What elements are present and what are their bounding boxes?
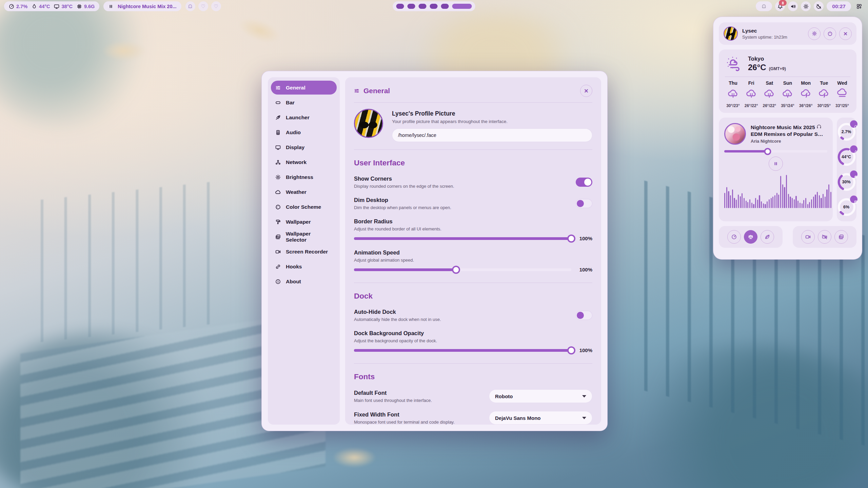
power-profile-speedometer-button[interactable] [727, 230, 741, 244]
dock-background-opacity-slider-thumb[interactable] [567, 346, 575, 354]
media-progress-slider[interactable] [724, 150, 827, 152]
stat-speedometer: 2.7% [9, 4, 27, 9]
workspace-dot[interactable] [419, 4, 427, 9]
heart-icon: ♡ [201, 4, 205, 9]
close-button[interactable]: ✕ [839, 27, 852, 40]
section-title: Dock [354, 292, 592, 301]
dim-desktop-toggle[interactable] [576, 199, 592, 208]
workspace-dot[interactable] [430, 4, 438, 9]
animation-speed-value: 100% [577, 267, 592, 272]
sliders-icon [354, 88, 359, 94]
gear-button[interactable] [808, 27, 821, 40]
visualizer-bar [757, 200, 758, 208]
animation-speed-slider-thumb[interactable] [452, 266, 460, 274]
visualizer-bar [753, 204, 754, 208]
animation-speed-slider[interactable] [354, 268, 571, 271]
border-radius-slider[interactable] [354, 237, 571, 240]
workspace-dot[interactable] [396, 4, 404, 9]
audio-visualizer [724, 174, 827, 208]
quick-heart-button[interactable]: ♡ [198, 1, 208, 11]
quick-ghost-button[interactable] [185, 1, 195, 11]
speaker-icon [790, 4, 796, 9]
setting-description: Display rounded corners on the edge of t… [354, 184, 454, 189]
tool-images-button[interactable] [834, 230, 848, 244]
setting-description: Monospace font used for terminal and cod… [354, 420, 455, 425]
sidebar-item-wallpaper[interactable]: Wallpaper [271, 215, 337, 229]
default-font-dropdown[interactable]: Roboto [489, 389, 592, 403]
flame-icon [32, 4, 37, 9]
power-profile-leaf-button[interactable] [761, 230, 774, 244]
sidebar-item-network[interactable]: Network [271, 155, 337, 169]
section-title: User Interface [354, 159, 592, 167]
sidebar-item-brightness[interactable]: Brightness [271, 170, 337, 184]
forecast-day-wed: Wed 33°/25° [834, 80, 850, 108]
sidebar-item-hooks[interactable]: Hooks [271, 260, 337, 273]
leaf-icon [765, 234, 770, 240]
user-card: Lysec System uptime: 1h23m ✕ [719, 22, 856, 45]
sidebar-item-general[interactable]: General [271, 81, 337, 95]
show-corners-toggle[interactable] [576, 178, 592, 187]
power-button[interactable] [824, 27, 836, 40]
sidebar-item-display[interactable]: Display [271, 140, 337, 154]
setting-label: Animation Speed [354, 249, 592, 256]
volume-button[interactable] [788, 1, 798, 11]
sidebar-item-weather[interactable]: Weather [271, 185, 337, 199]
close-button[interactable]: ✕ [580, 85, 592, 97]
app-grid-button[interactable] [854, 1, 864, 11]
forecast-day-sat: Sat 26°/22° [761, 80, 777, 108]
roller-icon [275, 219, 281, 225]
power-profile-group [719, 226, 783, 248]
pause-button[interactable] [769, 157, 783, 171]
images-icon [275, 234, 281, 240]
user-name: Lysec [742, 28, 804, 34]
sidebar-item-about[interactable]: About [271, 274, 337, 288]
sun-icon [275, 175, 281, 180]
workspace-indicator[interactable] [393, 1, 475, 11]
clock[interactable]: 00:27 [827, 1, 851, 11]
tool-video-off-button[interactable] [818, 230, 831, 244]
visualizer-bar [800, 203, 801, 208]
sidebar-item-screen-recorder[interactable]: Screen Recorder [271, 245, 337, 259]
quick-heart-button[interactable]: ♡ [211, 1, 221, 11]
system-uptime: System uptime: 1h23m [742, 35, 804, 40]
sidebar-item-bar[interactable]: Bar [271, 96, 337, 109]
brightness-button[interactable] [801, 1, 811, 11]
visualizer-bar [738, 195, 739, 208]
visualizer-bar [765, 204, 766, 208]
speedometer-icon [9, 4, 14, 9]
media-pill[interactable]: Nightcore Music Mix 20... [103, 1, 181, 11]
notifications-button[interactable]: 8 [775, 1, 785, 11]
visualizer-bar [747, 202, 748, 208]
setting-border-radius: Border Radius Adjust the rounded border … [354, 218, 592, 241]
visualizer-bar [776, 193, 777, 208]
images-icon [839, 234, 844, 240]
power-profile-scales-button[interactable] [744, 230, 757, 244]
system-tray[interactable] [756, 1, 772, 11]
tray-app-icon[interactable] [761, 4, 767, 9]
sidebar-item-audio[interactable]: Audio [271, 125, 337, 139]
setting-animation-speed: Animation Speed Adjust global animation … [354, 249, 592, 272]
sidebar-item-launcher[interactable]: Launcher [271, 110, 337, 124]
auto-hide-dock-toggle[interactable] [576, 311, 592, 320]
info-icon [275, 279, 281, 284]
visualizer-bar [811, 199, 812, 208]
visualizer-bar [813, 197, 814, 208]
chevron-down-icon [582, 417, 586, 419]
tool-video-button[interactable] [801, 230, 815, 244]
border-radius-slider-thumb[interactable] [567, 235, 575, 243]
rain-icon [727, 88, 739, 101]
night-light-button[interactable] [814, 1, 824, 11]
visualizer-bar [730, 195, 731, 208]
dock-background-opacity-slider[interactable] [354, 349, 571, 352]
workspace-active[interactable] [452, 4, 472, 9]
setting-show-corners: Show Corners Display rounded corners on … [354, 176, 592, 189]
fixed-width-font-dropdown[interactable]: DejaVu Sans Mono [489, 411, 592, 425]
sidebar-item-color-scheme[interactable]: Color Scheme [271, 200, 337, 214]
sidebar-item-wallpaper-selector[interactable]: Wallpaper Selector [271, 230, 337, 244]
workspace-dot[interactable] [441, 4, 449, 9]
visualizer-bar [790, 197, 791, 208]
workspace-dot[interactable] [408, 4, 415, 9]
visualizer-bar [769, 199, 770, 208]
profile-avatar[interactable] [354, 109, 383, 138]
profile-path-input[interactable]: /home/lysec/.face [392, 128, 592, 142]
